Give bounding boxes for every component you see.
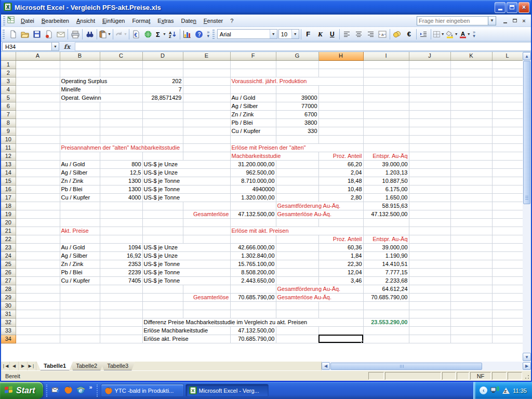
cell-G13[interactable]	[276, 160, 318, 168]
cell-D6[interactable]	[142, 102, 183, 110]
research-button[interactable]	[84, 29, 96, 40]
menu-item-bearbeiten[interactable]: Bearbeiten	[38, 16, 73, 25]
cell-A15[interactable]	[16, 177, 60, 185]
cell-I6[interactable]	[363, 102, 409, 110]
row-header-7[interactable]: 7	[1, 110, 16, 118]
row-header-19[interactable]: 19	[1, 210, 16, 218]
cell-B13[interactable]: Au / Gold	[60, 160, 100, 168]
cell-B17[interactable]: Cu / Kupfer	[60, 193, 100, 202]
cell-E2[interactable]	[183, 69, 230, 77]
new-button[interactable]	[7, 29, 19, 40]
cell-J30[interactable]	[409, 301, 450, 310]
cell-C28[interactable]	[100, 285, 142, 293]
cell-H1[interactable]	[318, 60, 363, 69]
cell-B8[interactable]	[60, 118, 100, 127]
cell-B10[interactable]	[60, 135, 100, 143]
increase-indent-button[interactable]	[418, 29, 430, 40]
cell-C1[interactable]	[100, 60, 142, 69]
tray-collapse-icon[interactable]: ‹	[480, 387, 487, 394]
cell-G19[interactable]: Gesamterlöse Au-Äq.	[276, 210, 363, 218]
menu-item-extras[interactable]: Extras	[154, 16, 177, 25]
cell-F25[interactable]: 15.765.100,00	[230, 260, 276, 268]
row-header-16[interactable]: 16	[1, 185, 16, 193]
cell-D28[interactable]	[142, 285, 183, 293]
cell-C6[interactable]	[100, 102, 142, 110]
cell-C14[interactable]: 12,5	[100, 168, 142, 177]
cell-C7[interactable]	[100, 110, 142, 118]
cell-D2[interactable]	[142, 69, 183, 77]
underline-button[interactable]: U	[326, 29, 338, 40]
cell-G18[interactable]: Gesamtförderung Au-Äq.	[276, 202, 363, 210]
cell-D24[interactable]: US-$ je Unze	[142, 251, 230, 260]
cell-K9[interactable]	[450, 127, 492, 135]
font-name-combo[interactable]: Arial▼	[217, 29, 277, 39]
cell-J32[interactable]	[409, 318, 450, 326]
cell-C19[interactable]	[100, 210, 142, 218]
row-header-3[interactable]: 3	[1, 77, 16, 85]
cell-E1[interactable]	[183, 60, 230, 69]
cell-B18[interactable]	[60, 202, 100, 210]
cell-C9[interactable]	[100, 127, 142, 135]
workbook-minimize-button[interactable]	[501, 17, 509, 24]
cell-L11[interactable]	[492, 143, 523, 152]
cell-A13[interactable]	[16, 160, 60, 168]
cell-C20[interactable]	[100, 218, 142, 227]
cell-H31[interactable]	[318, 310, 363, 318]
cell-L7[interactable]	[492, 110, 523, 118]
italic-button[interactable]: K	[314, 29, 326, 40]
prev-sheet-button[interactable]: ◀	[10, 362, 19, 370]
row-header-17[interactable]: 17	[1, 193, 16, 202]
row-header-20[interactable]: 20	[1, 218, 16, 227]
cell-I33[interactable]	[363, 326, 409, 335]
cell-K13[interactable]	[450, 160, 492, 168]
cell-E6[interactable]	[183, 102, 230, 110]
align-right-button[interactable]	[365, 29, 377, 40]
font-name-dropdown-icon[interactable]: ▼	[270, 30, 277, 38]
cell-A20[interactable]	[16, 218, 60, 227]
col-header-F[interactable]: F	[230, 52, 276, 60]
cell-H4[interactable]	[318, 85, 363, 94]
hyperlink-globe-button[interactable]	[142, 29, 154, 40]
cell-G17[interactable]	[276, 193, 318, 202]
cell-C10[interactable]	[100, 135, 142, 143]
vertical-scroll-thumb[interactable]	[523, 61, 530, 204]
cell-F11[interactable]: Erlöse mit Preisen der "alten"	[230, 143, 363, 152]
cell-B34[interactable]	[60, 335, 100, 343]
cell-G24[interactable]	[276, 251, 318, 260]
cell-A34[interactable]	[16, 335, 60, 343]
cell-D29[interactable]	[142, 293, 183, 301]
cell-C21[interactable]	[100, 227, 142, 235]
cell-J23[interactable]	[409, 243, 450, 251]
cell-B4[interactable]: Minelife	[60, 85, 100, 94]
cell-J15[interactable]	[409, 177, 450, 185]
cell-B27[interactable]: Cu / Kupfer	[60, 276, 100, 285]
cell-G15[interactable]	[276, 177, 318, 185]
cell-J16[interactable]	[409, 185, 450, 193]
sheet-tab-tabelle3[interactable]: Tabelle3	[100, 362, 135, 370]
cell-I12[interactable]: Entspr. Au-Äq	[363, 152, 409, 160]
cell-A31[interactable]	[16, 310, 60, 318]
cell-I4[interactable]	[363, 85, 409, 94]
cell-L14[interactable]	[492, 168, 523, 177]
cell-L2[interactable]	[492, 69, 523, 77]
cell-G14[interactable]	[276, 168, 318, 177]
cell-F10[interactable]	[230, 135, 276, 143]
cell-A2[interactable]	[16, 69, 60, 77]
cell-H8[interactable]	[318, 118, 363, 127]
cell-C30[interactable]	[100, 301, 142, 310]
cell-L30[interactable]	[492, 301, 523, 310]
cell-J6[interactable]	[409, 102, 450, 110]
cell-L3[interactable]	[492, 77, 523, 85]
standard-toolbar-grip[interactable]	[3, 30, 5, 39]
cell-F8[interactable]: Pb / Blei	[230, 118, 276, 127]
cell-L29[interactable]	[492, 293, 523, 301]
cell-K7[interactable]	[450, 110, 492, 118]
cell-E8[interactable]	[183, 118, 230, 127]
cell-B22[interactable]	[60, 235, 100, 243]
cell-A18[interactable]	[16, 202, 60, 210]
row-header-18[interactable]: 18	[1, 202, 16, 210]
cell-G34[interactable]	[276, 335, 318, 343]
cell-I21[interactable]	[363, 227, 409, 235]
font-size-dropdown-icon[interactable]: ▼	[291, 30, 299, 38]
col-header-C[interactable]: C	[100, 52, 142, 60]
